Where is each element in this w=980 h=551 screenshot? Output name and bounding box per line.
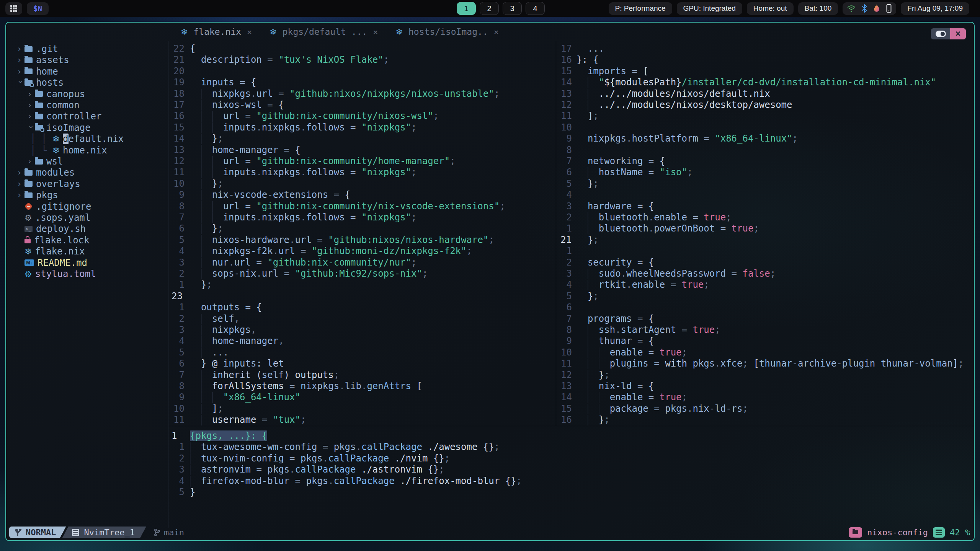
workspace-button-4[interactable]: 4 (526, 2, 545, 15)
folder-icon (24, 192, 33, 198)
tree-item--git[interactable]: ›.git (6, 43, 168, 55)
tab-pkgs-default-[interactable]: ❄pkgs/default ...× (270, 27, 378, 37)
code-token: thunar (599, 336, 632, 346)
indent-guide (588, 77, 599, 88)
indent-guide (201, 415, 212, 425)
line-number: 4 (172, 246, 185, 256)
editor-pane-pkgs-default-nix[interactable]: 1{pkgs, ...}: {1tux-awesome-wm-config = … (168, 428, 974, 501)
tab-close-icon[interactable]: × (373, 27, 378, 37)
code-token: tux-nvim-config (201, 453, 284, 464)
code-token: . (256, 212, 261, 223)
tab-close-icon[interactable]: × (247, 27, 252, 37)
indent-guide (577, 269, 588, 279)
folder-icon (24, 170, 33, 176)
tree-item-default-nix[interactable]: │ │ ❄default.nix (6, 133, 168, 145)
code-line: 6hostName = "iso"; (557, 166, 974, 178)
tree-item-canopus[interactable]: ›canopus (6, 88, 168, 100)
keyboard-indicator-label: $N (33, 4, 42, 13)
git-file-icon (24, 202, 33, 210)
code-token: ; (217, 133, 223, 144)
code-token: ; (411, 122, 416, 133)
tree-item-pkgs[interactable]: ›pkgs (6, 189, 168, 201)
code-token: ... (212, 347, 229, 358)
tree-item-home-nix[interactable]: │ └ ❄home.nix (6, 145, 168, 156)
line-number: 12 (172, 156, 185, 166)
tab-close-icon[interactable]: × (494, 27, 499, 37)
tree-item-home[interactable]: ›home (6, 66, 168, 77)
tree-item--gitignore[interactable]: .gitignore (6, 201, 168, 212)
line-number: 1 (172, 302, 185, 313)
tree-item-controller[interactable]: ›controller (6, 111, 168, 122)
code-line: 17... (557, 43, 974, 54)
tree-item-stylua-toml[interactable]: ⚙stylua.toml (6, 268, 168, 280)
code-token: . (251, 88, 256, 99)
code-token: = (632, 257, 648, 268)
code-token: "x86_64-linux" (715, 133, 792, 144)
tree-item-README-md[interactable]: M↓README.md (6, 257, 168, 269)
code-token: = (240, 201, 256, 212)
code-token: nixpkgs (588, 133, 626, 144)
code-line: 11]; (557, 110, 974, 122)
keyboard-indicator[interactable]: $N (27, 2, 49, 15)
code-token: = (632, 381, 648, 391)
flame-icon (873, 4, 880, 13)
code-token: = (665, 279, 681, 290)
code-token: security (588, 257, 632, 268)
code-token: "github:nix-community/nixos-wsl" (256, 111, 433, 121)
tab-label: pkgs/default ... (283, 27, 368, 37)
code-token: = (632, 313, 648, 324)
code-token: [ (411, 381, 422, 391)
status-pill-p: P: Performance (609, 2, 672, 15)
code-token: ; (217, 178, 223, 189)
indent-guide (190, 167, 201, 178)
tree-item-isoImage[interactable]: ›isoImage (6, 122, 168, 134)
tree-folder-label: overlays (36, 179, 80, 189)
code-token: } @ (201, 358, 223, 369)
tree-item-flake-nix[interactable]: ❄flake.nix (6, 246, 168, 257)
tree-item-flake-lock[interactable]: flake.lock (6, 235, 168, 246)
tree-file-label: .sops.yaml (35, 212, 91, 223)
tab-flake-nix[interactable]: ❄flake.nix× (181, 27, 252, 37)
code-token: = (648, 403, 665, 414)
code-line: 1bluetooth.powerOnBoot = true; (557, 223, 974, 234)
tree-file-label: flake.nix (35, 246, 85, 257)
code-token: ; (411, 167, 416, 178)
workspace-button-2[interactable]: 2 (480, 2, 499, 15)
launcher-button[interactable] (5, 2, 22, 15)
tree-item--sops-yaml[interactable]: ⚙.sops.yaml (6, 212, 168, 223)
indent-guide (588, 336, 599, 347)
workspace-button-3[interactable]: 3 (503, 2, 522, 15)
line-number: 11 (172, 414, 185, 425)
tree-item-overlays[interactable]: ›overlays (6, 178, 168, 190)
code-line: 2security = { (557, 257, 974, 268)
code-text: hardware = { (577, 201, 654, 212)
window-close-button[interactable]: × (950, 28, 966, 39)
folder-icon (24, 57, 33, 63)
editor-pane-flake-nix[interactable]: 22{21description = "tux's NixOS Flake";2… (168, 41, 556, 426)
code-line: 21}; (557, 234, 974, 246)
tree-item-deploy-sh[interactable]: >_deploy.sh (6, 223, 168, 235)
code-token: = (273, 88, 289, 99)
code-token: = (278, 145, 295, 155)
code-text: ../../modules/nixos/default.nix (577, 88, 770, 99)
code-token: rtkit (599, 279, 626, 290)
tab-hosts-isoImag-[interactable]: ❄hosts/isoImag..× (396, 27, 499, 37)
line-number: 1 (560, 223, 572, 234)
code-token: { (648, 336, 654, 346)
tree-item-wsl[interactable]: ›wsl (6, 156, 168, 167)
line-number: 2 (560, 257, 572, 268)
tree-item-common[interactable]: ›common (6, 99, 168, 111)
tree-item-assets[interactable]: ›assets (6, 54, 168, 66)
code-token: pkgs (665, 403, 687, 414)
indent-guide (212, 156, 223, 167)
workspace-button-1[interactable]: 1 (457, 2, 476, 15)
chevron-right-icon: › (17, 168, 24, 177)
line-number: 13 (560, 381, 572, 391)
tree-item-modules[interactable]: ›modules (6, 167, 168, 178)
code-token: = (295, 246, 312, 256)
code-token: true (704, 212, 726, 223)
tree-item-hosts[interactable]: ›hosts (6, 77, 168, 88)
code-text: inherit (self) outputs; (190, 369, 339, 381)
editor-pane-iso-default-nix[interactable]: 17...16}: {15imports = [14"${modulesPath… (557, 41, 974, 426)
transparency-toggle-button[interactable] (931, 28, 950, 39)
